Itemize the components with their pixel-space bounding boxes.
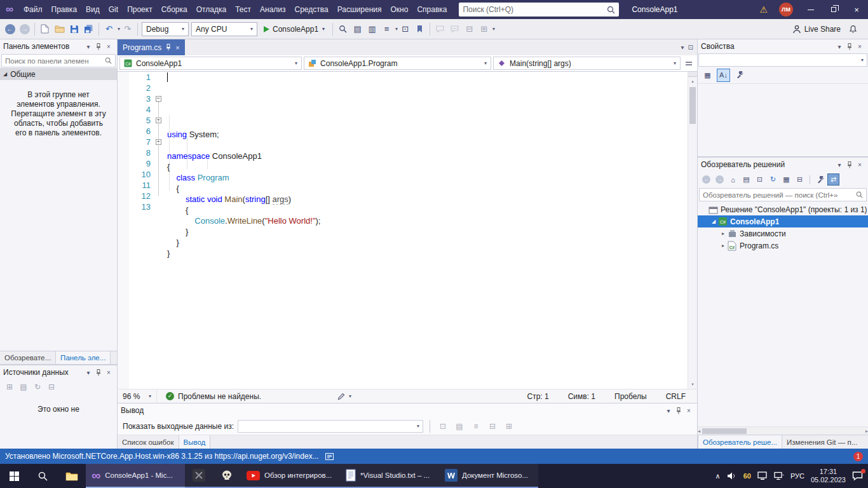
tree-item[interactable]: Решение "ConsoleApp1" (проекты: 1 из 1) <box>698 203 868 215</box>
output-panel-tab[interactable]: Список ошибок <box>118 435 179 449</box>
document-outline-icon[interactable]: ▥ <box>365 22 379 36</box>
word-wrap-icon[interactable]: ⊡ <box>398 22 412 36</box>
code-line[interactable]: { <box>167 205 688 215</box>
scroll-down-icon[interactable]: ▾ <box>688 380 697 389</box>
categorized-view-icon[interactable]: ▦ <box>701 69 714 82</box>
taskbar-button-skull[interactable] <box>213 464 241 488</box>
code-line[interactable]: using System; <box>167 129 688 140</box>
splitter-grip[interactable] <box>688 72 697 77</box>
toolbar-options-icon[interactable]: ▾ <box>492 26 495 32</box>
volume-icon[interactable] <box>727 471 737 480</box>
uncomment-icon[interactable] <box>447 22 462 36</box>
configuration-dropdown[interactable]: Debug ▾ <box>142 22 189 36</box>
switch-views-icon[interactable]: ▤ <box>740 173 752 186</box>
vertical-scrollbar[interactable]: ▴ ▾ <box>688 72 697 389</box>
no-issues-icon[interactable]: ✓ <box>166 392 174 400</box>
close-tab-icon[interactable]: × <box>175 44 179 51</box>
menu-item[interactable]: Проект <box>123 0 157 19</box>
code-line[interactable]: { <box>167 183 688 194</box>
word-wrap-icon[interactable]: ⊟ <box>486 422 499 431</box>
comment-icon[interactable] <box>433 22 447 36</box>
type-dropdown[interactable]: ConsoleApp1.Program ▾ <box>304 57 491 70</box>
code-content[interactable]: using System;namespace ConsoleApp1{ clas… <box>164 72 688 389</box>
member-dropdown[interactable]: Main(string[] args) ▾ <box>493 57 681 70</box>
code-line[interactable]: } <box>167 248 688 259</box>
toolbox-search-input[interactable]: Поиск по панели элемен <box>1 54 116 67</box>
redo-icon[interactable]: ↷ <box>120 22 135 36</box>
output-panel-tab[interactable]: Вывод <box>179 435 211 449</box>
code-line[interactable]: static void Main(string[] args) <box>167 194 688 205</box>
save-all-icon[interactable] <box>81 22 96 36</box>
warning-icon[interactable]: ⚠ <box>754 4 773 15</box>
collapse-region-icon[interactable]: − <box>156 96 161 102</box>
navigate-forward-icon[interactable]: → <box>17 22 32 36</box>
output-source-dropdown[interactable]: ▾ <box>238 420 423 433</box>
code-line[interactable]: } <box>167 226 688 237</box>
start-debugging-button[interactable]: ConsoleApp1 ▾ <box>260 22 329 37</box>
right-panel-tab[interactable]: Изменения Git — п... <box>782 435 862 449</box>
menu-item[interactable]: Вид <box>81 0 104 19</box>
split-window-handle[interactable] <box>682 60 695 67</box>
scroll-up-icon[interactable]: ▴ <box>688 77 697 86</box>
platform-dropdown[interactable]: Any CPU ▾ <box>191 22 257 36</box>
right-panel-tab[interactable]: Обозреватель реше... <box>698 435 782 449</box>
scrollbar-thumb[interactable] <box>689 87 696 124</box>
file-explorer-button[interactable] <box>57 464 86 488</box>
project-dropdown[interactable]: C# ConsoleApp1 ▾ <box>119 57 302 70</box>
pin-icon[interactable] <box>674 407 684 414</box>
document-tab-program-cs[interactable]: Program.cs × <box>118 39 185 55</box>
code-line[interactable]: Console.WriteLine("Hello World!"); <box>167 215 688 226</box>
new-file-icon[interactable] <box>37 22 52 36</box>
properties-header[interactable]: Свойства ▾ × <box>698 39 868 53</box>
language-indicator[interactable]: РУС <box>790 472 804 480</box>
quick-search-box[interactable]: Поиск (Ctrl+Q) <box>459 3 619 17</box>
notification-badge[interactable]: 1 <box>853 452 863 461</box>
menu-item[interactable]: Справка <box>412 0 451 19</box>
open-file-icon[interactable] <box>52 22 67 36</box>
collapse-all-icon[interactable]: ⊟ <box>46 383 57 391</box>
restore-button[interactable] <box>822 0 845 19</box>
window-position-icon[interactable]: ▾ <box>834 43 844 50</box>
code-editor[interactable]: 12345678910111213 −−− using System;names… <box>118 72 697 389</box>
menu-item[interactable]: Файл <box>19 0 47 19</box>
output-log-icon[interactable] <box>325 453 334 460</box>
toggle-autoscroll-icon[interactable]: ⊞ <box>503 422 515 431</box>
taskbar-button-vs[interactable]: ∞ConsoleApp1 - Mic... <box>86 464 185 488</box>
send-feedback-icon[interactable] <box>846 22 860 36</box>
start-button[interactable] <box>0 464 29 488</box>
code-line[interactable]: } <box>167 237 688 248</box>
close-icon[interactable]: × <box>855 43 865 50</box>
breakpoint-margin[interactable] <box>118 72 129 389</box>
visual-studio-logo-icon[interactable]: ∞ <box>0 3 19 16</box>
navigate-list-icon[interactable]: ≡ <box>379 22 394 36</box>
scroll-right-icon[interactable]: ▸ <box>865 428 868 434</box>
object-selector-dropdown[interactable]: ▾ <box>698 53 867 67</box>
menu-item[interactable]: Тест <box>231 0 255 19</box>
horizontal-scrollbar[interactable]: ◂ ▸ <box>698 426 868 435</box>
menu-item[interactable]: Правка <box>47 0 82 19</box>
configure-data-source-icon[interactable]: ▤ <box>18 383 29 391</box>
data-sources-header[interactable]: Источники данных ▾ × <box>0 365 117 379</box>
toolbox-tab[interactable]: Обозревате... <box>0 351 55 364</box>
code-line[interactable]: namespace ConsoleApp1 <box>167 151 688 161</box>
add-data-source-icon[interactable]: ⊞ <box>4 383 15 391</box>
toolbox-header[interactable]: Панель элементов ▾ × <box>0 39 117 53</box>
collapse-all-icon[interactable]: ⊟ <box>794 173 806 186</box>
tree-item[interactable]: ▸Зависимости <box>698 227 868 240</box>
scrollbar-thumb[interactable] <box>702 428 747 434</box>
solution-name-button[interactable]: ConsoleApp1 <box>624 5 685 14</box>
pin-icon[interactable] <box>166 44 171 51</box>
find-in-files-icon[interactable] <box>336 22 350 36</box>
user-avatar[interactable]: ЛМ <box>779 3 793 17</box>
menu-item[interactable]: Git <box>104 0 123 19</box>
menu-item[interactable]: Расширения <box>333 0 386 19</box>
solution-search-input[interactable]: Обозреватель решений — поиск (Ctrl+» <box>699 188 867 201</box>
alphabetical-sort-icon[interactable]: A↓ <box>717 69 730 82</box>
close-icon[interactable]: × <box>855 161 865 168</box>
find-message-icon[interactable]: ⊡ <box>437 422 449 431</box>
pin-icon[interactable] <box>844 43 855 50</box>
pin-icon[interactable] <box>93 369 104 376</box>
back-icon[interactable]: ← <box>700 173 712 186</box>
undo-icon[interactable]: ↶ <box>102 22 116 36</box>
window-position-icon[interactable]: ▾ <box>83 43 93 50</box>
